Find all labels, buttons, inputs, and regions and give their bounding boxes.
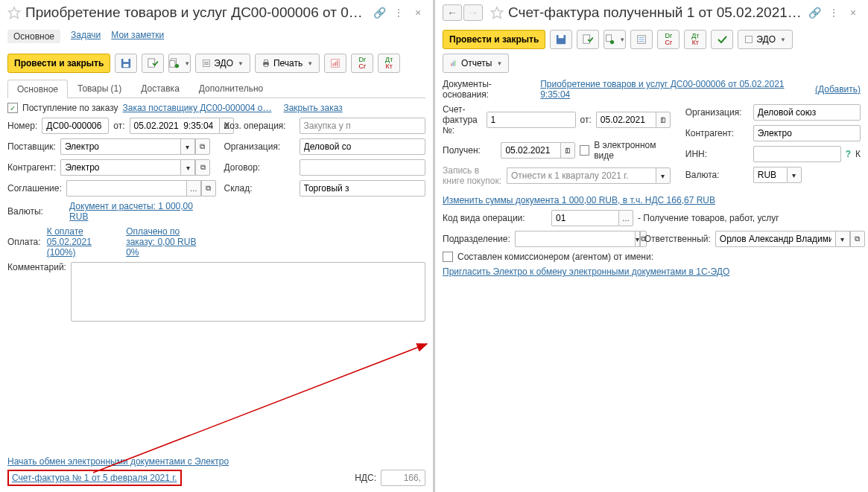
svg-rect-14 bbox=[335, 62, 336, 66]
post-and-close-button[interactable]: Провести и закрыть bbox=[7, 54, 110, 73]
dropdown-icon[interactable]: ▾ bbox=[835, 231, 850, 247]
contragent-input[interactable] bbox=[753, 125, 861, 141]
currency-link[interactable]: Документ и расчеты: 1 000,00 RUB bbox=[69, 201, 209, 222]
nav-forward-button[interactable]: → bbox=[463, 4, 483, 21]
calendar-icon[interactable]: 🗓 bbox=[560, 142, 575, 159]
open-icon[interactable]: ⧉ bbox=[201, 180, 216, 197]
payment-link1[interactable]: К оплате 05.02.2021 (100%) bbox=[47, 226, 114, 258]
operation-label: Хоз. операция: bbox=[224, 121, 295, 131]
dropdown-icon[interactable]: ▾ bbox=[656, 167, 671, 184]
dtkt-icon-button[interactable]: ДтКт bbox=[378, 54, 400, 73]
favorite-star-icon[interactable] bbox=[490, 6, 504, 19]
link-icon[interactable]: 🔗 bbox=[807, 5, 822, 20]
org-input[interactable] bbox=[753, 104, 861, 121]
electronic-checkbox[interactable] bbox=[580, 145, 589, 156]
post-icon-button[interactable] bbox=[577, 30, 599, 49]
commissioner-checkbox[interactable] bbox=[443, 252, 453, 262]
responsible-input[interactable] bbox=[715, 231, 835, 247]
dropdown-icon[interactable]: ▾ bbox=[180, 138, 195, 155]
dtkt-icon-button[interactable]: ДтКт bbox=[684, 30, 706, 49]
supplier-input[interactable] bbox=[60, 138, 180, 155]
contragent-input[interactable] bbox=[60, 159, 180, 176]
save-icon-button[interactable] bbox=[115, 54, 137, 73]
print-button[interactable]: Печать▼ bbox=[255, 54, 320, 73]
change-sums-link[interactable]: Изменить суммы документа 1 000,00 RUB, в… bbox=[443, 195, 715, 205]
sfno-input[interactable] bbox=[487, 112, 576, 128]
svg-marker-16 bbox=[492, 7, 503, 19]
drkt-icon-button[interactable]: DrCr bbox=[657, 30, 679, 49]
date-input[interactable] bbox=[130, 118, 219, 134]
help-icon[interactable]: ? bbox=[846, 149, 851, 159]
right-pane: ← → Счет-фактура полученный 1 от 05.02.2… bbox=[435, 0, 868, 492]
close-order-link[interactable]: Закрыть заказ bbox=[283, 103, 342, 113]
payment-link2[interactable]: Оплачено по заказу: 0,00 RUB 0% bbox=[126, 226, 209, 258]
open-icon[interactable]: ⧉ bbox=[850, 231, 865, 247]
calendar-icon[interactable]: 🗓 bbox=[656, 112, 671, 128]
copy-dropdown-button[interactable]: ▼ bbox=[168, 54, 191, 73]
check-icon-button[interactable] bbox=[711, 30, 733, 49]
basis-add-link[interactable]: (Добавить) bbox=[815, 84, 861, 95]
invite-edo-link[interactable]: Пригласить Электро к обмену электронными… bbox=[443, 266, 729, 277]
post-and-close-button[interactable]: Провести и закрыть bbox=[443, 30, 545, 49]
nav-back-button[interactable]: ← bbox=[443, 4, 462, 21]
edo-button[interactable]: ЭДО▼ bbox=[195, 54, 250, 73]
opcode-input[interactable] bbox=[551, 210, 618, 226]
agreement-input[interactable] bbox=[66, 180, 186, 197]
open-icon[interactable]: ⧉ bbox=[195, 159, 210, 176]
doctab-delivery[interactable]: Доставка bbox=[131, 79, 189, 98]
dropdown-icon[interactable]: ▾ bbox=[180, 159, 195, 176]
electronic-label: В электронном виде bbox=[594, 140, 671, 161]
received-date-input[interactable] bbox=[501, 142, 560, 159]
dropdown-icon[interactable]: ▾ bbox=[635, 231, 640, 247]
drkt-icon-button[interactable]: DrCr bbox=[351, 54, 373, 73]
contract-input[interactable] bbox=[300, 159, 426, 176]
sf-link[interactable]: Счет-фактура № 1 от 5 февраля 2021 г. bbox=[12, 473, 177, 483]
svg-rect-25 bbox=[453, 62, 454, 66]
warehouse-label: Склад: bbox=[224, 183, 295, 194]
book-input[interactable] bbox=[507, 167, 656, 184]
sf-date-input[interactable] bbox=[596, 112, 656, 128]
edo-button[interactable]: ЭДО▼ bbox=[738, 30, 793, 49]
book-label: Запись в книге покупок: bbox=[443, 165, 502, 186]
edo-start-link[interactable]: Начать обмен электронными документами с … bbox=[7, 456, 229, 467]
comment-textarea[interactable] bbox=[71, 262, 425, 322]
save-icon-button[interactable] bbox=[550, 30, 572, 49]
basis-label: Документы-основания: bbox=[443, 79, 536, 100]
org-input[interactable] bbox=[300, 138, 426, 155]
doc-lines-icon-button[interactable] bbox=[630, 30, 653, 49]
right-title: Счет-фактура полученный 1 от 05.02.2021 … bbox=[508, 4, 802, 21]
inn-input[interactable] bbox=[753, 146, 841, 162]
close-icon[interactable]: × bbox=[846, 5, 861, 20]
order-link[interactable]: Заказ поставщику ДС00-000004 о… bbox=[123, 103, 272, 113]
post-icon-button[interactable] bbox=[142, 54, 164, 73]
doctab-additional[interactable]: Дополнительно bbox=[189, 79, 273, 98]
reports-icon-button[interactable] bbox=[324, 54, 346, 73]
dropdown-icon[interactable]: ▾ bbox=[787, 167, 802, 183]
favorite-star-icon[interactable] bbox=[7, 6, 21, 19]
reports-button[interactable]: Отчеты▼ bbox=[443, 54, 509, 73]
warehouse-input[interactable] bbox=[300, 180, 426, 197]
subtab-main[interactable]: Основное bbox=[7, 30, 60, 43]
basis-link[interactable]: Приобретение товаров и услуг ДС00-000006… bbox=[540, 79, 811, 100]
link-icon[interactable]: 🔗 bbox=[372, 5, 387, 20]
left-pane: Приобретение товаров и услуг ДС00-000006… bbox=[0, 0, 435, 492]
close-icon[interactable]: × bbox=[411, 5, 425, 20]
doctab-goods[interactable]: Товары (1) bbox=[68, 79, 131, 98]
operation-input[interactable] bbox=[300, 118, 426, 134]
more-icon[interactable]: ⋮ bbox=[391, 5, 406, 20]
open-icon[interactable]: ⧉ bbox=[195, 138, 210, 155]
more-icon[interactable]: ⋮ bbox=[826, 5, 841, 20]
ellipsis-icon[interactable]: … bbox=[618, 210, 633, 226]
ellipsis-icon[interactable]: … bbox=[186, 180, 201, 197]
currency-input[interactable] bbox=[753, 167, 787, 183]
doctab-main[interactable]: Основное bbox=[7, 80, 68, 98]
order-checkbox[interactable] bbox=[7, 103, 18, 113]
opcode-label: Код вида операции: bbox=[443, 213, 547, 223]
sfno-label: Счет-фактура №: bbox=[443, 104, 482, 135]
subtab-notes[interactable]: Мои заметки bbox=[111, 30, 164, 43]
copy-dropdown-button[interactable]: ▼ bbox=[604, 30, 626, 49]
svg-rect-3 bbox=[124, 64, 129, 67]
subtab-tasks[interactable]: Задачи bbox=[71, 30, 101, 43]
dept-input[interactable] bbox=[515, 231, 635, 247]
number-input[interactable] bbox=[42, 118, 109, 134]
